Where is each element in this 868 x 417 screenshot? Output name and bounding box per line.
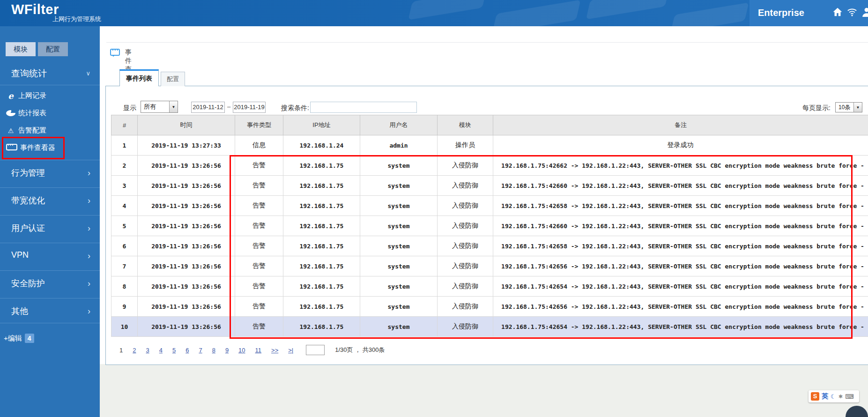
cell-remark: 192.168.1.75:42654 -> 192.168.1.22:443, … [493, 276, 868, 297]
chart-icon [6, 110, 15, 116]
table-row[interactable]: 82019-11-19 13:26:56告警192.168.1.75system… [111, 276, 868, 297]
sidebar-section[interactable]: 带宽优化› [0, 187, 100, 215]
cell-num: 7 [111, 256, 138, 276]
sidebar-tab-modules[interactable]: 模块 [6, 42, 36, 56]
page-link[interactable]: 8 [212, 347, 215, 354]
cell-num: 10 [111, 317, 138, 337]
page-link[interactable]: 9 [225, 347, 229, 354]
cell-type: 告警 [235, 317, 283, 337]
search-label: 搜索条件: [281, 104, 309, 112]
cell-time: 2019-11-19 13:26:56 [138, 297, 235, 317]
cell-ip: 192.168.1.75 [283, 256, 360, 276]
section-label: 其他 [11, 305, 28, 317]
user-icon[interactable] [861, 7, 868, 19]
table-row[interactable]: 72019-11-19 13:26:56告警192.168.1.75system… [111, 256, 868, 276]
cell-remark: 192.168.1.75:42658 -> 192.168.1.22:443, … [493, 236, 868, 256]
tools-icon[interactable]: ✱ [838, 394, 843, 400]
page-last-link[interactable]: >| [288, 347, 293, 354]
table-row[interactable]: 12019-11-19 13:27:33信息192.168.1.24admin操… [111, 135, 868, 156]
sidebar-section[interactable]: VPN› [0, 243, 100, 270]
cell-user: system [360, 276, 438, 297]
cell-num: 2 [111, 156, 138, 176]
table-row[interactable]: 22019-11-19 13:26:56告警192.168.1.75system… [111, 156, 868, 176]
page-link[interactable]: 11 [255, 347, 262, 354]
cell-time: 2019-11-19 13:26:56 [138, 196, 235, 216]
ie-icon [6, 91, 15, 101]
sidebar-item-comment[interactable]: 事件查看器 [0, 139, 100, 156]
table-row[interactable]: 92019-11-19 13:26:56告警192.168.1.75system… [111, 297, 868, 317]
page-link[interactable]: 7 [199, 347, 202, 354]
page-link[interactable]: 4 [159, 347, 163, 354]
keyboard-decor [586, 0, 669, 20]
date-to-input[interactable]: 2019-11-19 [233, 102, 266, 113]
cell-num: 6 [111, 236, 138, 256]
sidebar-edit-link[interactable]: +编辑 4 [4, 334, 34, 343]
page-next-link[interactable]: >> [271, 347, 278, 354]
cell-num: 8 [111, 276, 138, 297]
date-from-input[interactable]: 2019-11-12 [191, 102, 225, 113]
sidebar-item-warning[interactable]: 告警配置 [0, 122, 100, 139]
sidebar-item-ie[interactable]: 上网记录 [0, 87, 100, 104]
tab-config[interactable]: 配置 [161, 72, 185, 86]
sidebar-section[interactable]: 其他› [0, 298, 100, 326]
table-row[interactable]: 62019-11-19 13:26:56告警192.168.1.75system… [111, 236, 868, 256]
table-row[interactable]: 102019-11-19 13:26:56告警192.168.1.75syste… [111, 317, 868, 337]
table-row[interactable]: 52019-11-19 13:26:56告警192.168.1.75system… [111, 216, 868, 236]
sidebar-section[interactable]: 用户认证› [0, 215, 100, 243]
keyboard-decor [670, 2, 749, 26]
main-content: 事件查看器 事件列表 配置 显示 所有 ▼ 2019-11-12 – 2019-… [100, 26, 868, 417]
table-row[interactable]: 42019-11-19 13:26:56告警192.168.1.75system… [111, 196, 868, 216]
col-header-user: 用户名 [360, 115, 438, 135]
cell-type: 告警 [235, 196, 283, 216]
moon-icon[interactable]: ☾ [831, 393, 836, 400]
page-link[interactable]: 6 [185, 347, 189, 354]
cell-type: 告警 [235, 297, 283, 317]
app-logo-subtitle: 上网行为管理系统 [52, 15, 101, 23]
sidebar-query-items: 上网记录统计报表告警配置事件查看器 [0, 87, 100, 156]
tab-event-list[interactable]: 事件列表 [119, 69, 159, 86]
page-link[interactable]: 2 [133, 347, 136, 354]
cell-user: admin [360, 135, 438, 156]
page-link[interactable]: 10 [238, 347, 245, 354]
cell-ip: 192.168.1.75 [283, 216, 360, 236]
cell-module: 入侵防御 [438, 216, 493, 236]
section-label: 带宽优化 [11, 195, 45, 206]
sidebar-section[interactable]: 行为管理› [0, 160, 100, 187]
event-list-panel: 显示 所有 ▼ 2019-11-12 – 2019-11-19 搜索条件: 每页… [105, 86, 868, 365]
page-link[interactable]: 3 [146, 347, 149, 354]
sidebar-section-query-stats[interactable]: 查询统计 ∨ [0, 62, 100, 85]
page-info: 1/30页 ， 共300条 [335, 346, 385, 354]
home-icon[interactable] [832, 7, 843, 18]
section-label: 用户认证 [11, 223, 45, 234]
ime-logo-icon[interactable]: S [811, 392, 819, 401]
chevron-right-icon: › [88, 168, 90, 178]
sidebar-section[interactable]: 安全防护› [0, 270, 100, 298]
cell-time: 2019-11-19 13:26:56 [138, 317, 235, 337]
ime-toolbar: S 英 ☾ ✱ ⌨ [809, 390, 859, 402]
lang-icon[interactable]: 英 [822, 392, 828, 401]
cell-remark: 192.168.1.75:42656 -> 192.168.1.22:443, … [493, 256, 868, 276]
page-link[interactable]: 5 [172, 347, 176, 354]
cell-ip: 192.168.1.75 [283, 236, 360, 256]
date-separator: – [227, 103, 230, 110]
table-row[interactable]: 32019-11-19 13:26:56告警192.168.1.75system… [111, 176, 868, 196]
show-select[interactable]: 所有 ▼ [141, 101, 178, 113]
search-input[interactable] [310, 102, 417, 113]
cell-ip: 192.168.1.75 [283, 176, 360, 196]
cell-num: 1 [111, 135, 138, 156]
cell-time: 2019-11-19 13:26:56 [138, 216, 235, 236]
wifi-icon[interactable] [847, 8, 857, 18]
keyboard-icon[interactable]: ⌨ [845, 393, 854, 400]
sidebar-sections: 行为管理›带宽优化›用户认证›VPN›安全防护›其他› [0, 160, 100, 326]
cell-remark: 192.168.1.75:42654 -> 192.168.1.22:443, … [493, 317, 868, 337]
cell-type: 告警 [235, 216, 283, 236]
cell-time: 2019-11-19 13:26:56 [138, 256, 235, 276]
page-current: 1 [119, 347, 123, 354]
per-page-select[interactable]: 10条 ▼ [835, 102, 862, 112]
page-jump-input[interactable] [306, 345, 325, 355]
sidebar-item-label: 事件查看器 [20, 143, 55, 152]
app-logo: WFilter [11, 2, 59, 17]
sidebar-tab-config[interactable]: 配置 [38, 42, 68, 56]
dropdown-arrow-icon: ▼ [853, 103, 862, 112]
sidebar-item-chart[interactable]: 统计报表 [0, 104, 100, 122]
